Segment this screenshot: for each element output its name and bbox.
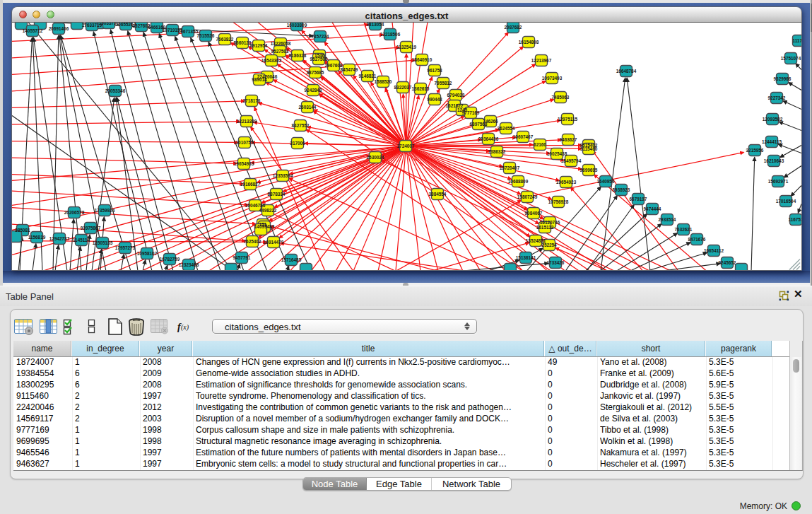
svg-text:989014: 989014 [252, 77, 267, 82]
svg-text:8938923: 8938923 [613, 187, 630, 192]
svg-text:19654923: 19654923 [556, 180, 577, 185]
svg-text:8878334: 8878334 [268, 192, 286, 197]
svg-text:8471676: 8471676 [688, 237, 706, 242]
svg-text:9084067: 9084067 [525, 211, 543, 216]
svg-text:1156819: 1156819 [28, 235, 46, 240]
svg-text:3215956: 3215956 [746, 148, 764, 153]
svg-text:7663822: 7663822 [216, 37, 234, 42]
svg-text:16120746: 16120746 [540, 220, 560, 225]
svg-text:9474444: 9474444 [644, 206, 661, 211]
svg-text:10046786: 10046786 [245, 203, 266, 208]
svg-text:1145114: 1145114 [73, 238, 90, 243]
svg-text:16914479: 16914479 [264, 240, 284, 245]
svg-text:62160: 62160 [534, 142, 546, 147]
svg-text:10958107: 10958107 [137, 251, 158, 256]
svg-text:9245652: 9245652 [719, 260, 736, 265]
svg-text:9699695: 9699695 [580, 168, 598, 173]
svg-text:10973493: 10973493 [542, 76, 563, 81]
svg-text:9146821: 9146821 [359, 74, 377, 78]
svg-text:1010755: 1010755 [236, 140, 254, 145]
svg-text:14055712: 14055712 [23, 28, 43, 33]
svg-text:19654933: 19654933 [234, 161, 254, 166]
svg-text:9457791: 9457791 [233, 255, 251, 260]
svg-text:961758: 961758 [427, 68, 442, 73]
svg-text:1588520: 1588520 [375, 79, 392, 84]
svg-text:1724007: 1724007 [397, 144, 415, 148]
svg-text:13226058: 13226058 [271, 41, 291, 46]
svg-text:20206578: 20206578 [64, 210, 85, 215]
svg-text:16154808: 16154808 [519, 40, 539, 45]
svg-text:3624554: 3624554 [498, 126, 515, 131]
svg-text:9227342: 9227342 [768, 95, 786, 100]
svg-text:15751074: 15751074 [781, 56, 801, 61]
svg-text:9115460: 9115460 [580, 146, 598, 151]
svg-text:317006: 317006 [290, 141, 305, 146]
svg-text:1362615: 1362615 [412, 86, 430, 91]
svg-text:8186328: 8186328 [289, 53, 307, 58]
svg-text:3884554: 3884554 [429, 192, 447, 197]
svg-text:10025438: 10025438 [547, 151, 567, 156]
svg-text:15807249: 15807249 [517, 194, 538, 199]
svg-text:8813054: 8813054 [367, 23, 384, 27]
svg-text:7357224: 7357224 [312, 34, 329, 39]
svg-text:9527503: 9527503 [271, 49, 289, 54]
svg-text:7515526: 7515526 [197, 33, 215, 38]
svg-text:9242848: 9242848 [305, 88, 322, 93]
svg-text:17957275: 17957275 [115, 245, 136, 250]
svg-text:10654112: 10654112 [704, 248, 724, 253]
svg-text:12213967: 12213967 [531, 58, 552, 63]
svg-text:6794028: 6794028 [447, 93, 465, 98]
svg-text:20053346: 20053346 [105, 88, 126, 93]
svg-text:12975115: 12975115 [558, 117, 578, 122]
svg-text:15136141: 15136141 [516, 255, 536, 260]
svg-text:9527508: 9527508 [310, 57, 328, 62]
svg-text:9463627: 9463627 [560, 137, 577, 142]
svg-text:8660123: 8660123 [234, 40, 252, 45]
svg-text:9329966: 9329966 [774, 76, 792, 81]
svg-text:7485063: 7485063 [552, 95, 570, 100]
svg-text:252254: 252254 [541, 243, 557, 247]
svg-text:17016504: 17016504 [776, 199, 796, 204]
svg-text:20364436: 20364436 [478, 136, 499, 141]
svg-text:18640910: 18640910 [412, 57, 433, 62]
svg-text:7955812: 7955812 [435, 81, 452, 86]
svg-text:7632621: 7632621 [675, 227, 693, 232]
svg-text:16033809: 16033809 [287, 23, 307, 28]
svg-text:8912954: 8912954 [250, 43, 268, 48]
svg-text:16210643: 16210643 [764, 158, 784, 163]
svg-text:3875685: 3875685 [307, 70, 324, 75]
svg-text:990448: 990448 [427, 97, 442, 102]
svg-text:10688809: 10688809 [508, 179, 529, 184]
svg-text:12093582: 12093582 [763, 117, 783, 122]
svg-text:1733426: 1733426 [547, 260, 565, 265]
svg-text:16782759: 16782759 [160, 257, 180, 262]
svg-text:10756928: 10756928 [548, 199, 569, 204]
svg-text:1615112: 1615112 [536, 225, 554, 230]
svg-text:7386322: 7386322 [488, 149, 506, 154]
svg-text:14099489: 14099489 [254, 224, 275, 229]
svg-text:12323468: 12323468 [179, 262, 199, 267]
svg-text:12942737: 12942737 [49, 236, 70, 241]
svg-text:13218506: 13218506 [380, 32, 401, 37]
svg-text:17359924: 17359924 [95, 208, 115, 213]
svg-text:2603144: 2603144 [299, 105, 317, 110]
svg-text:2718176: 2718176 [243, 98, 261, 103]
svg-text:15692971: 15692971 [768, 179, 789, 184]
svg-text:1640954: 1640954 [597, 179, 615, 184]
svg-text:12444115: 12444115 [762, 139, 782, 144]
svg-text:8322037: 8322037 [394, 85, 412, 90]
svg-text:16671355: 16671355 [178, 29, 199, 34]
svg-text:15716485: 15716485 [281, 257, 302, 262]
svg-text:16648784: 16648784 [616, 69, 637, 74]
svg-text:11325419: 11325419 [396, 45, 417, 49]
svg-text:2087682: 2087682 [505, 25, 522, 30]
svg-text:10607467: 10607467 [513, 134, 534, 139]
svg-text:2933514: 2933514 [659, 217, 676, 222]
svg-text:12213389: 12213389 [237, 119, 257, 124]
svg-text:4498222: 4498222 [259, 208, 277, 213]
svg-text:20691406: 20691406 [49, 26, 69, 31]
svg-text:93975867: 93975867 [81, 226, 101, 230]
svg-text:12353594: 12353594 [273, 173, 293, 178]
svg-text:9777169: 9777169 [462, 110, 480, 115]
svg-text:16543362: 16543362 [261, 58, 282, 63]
